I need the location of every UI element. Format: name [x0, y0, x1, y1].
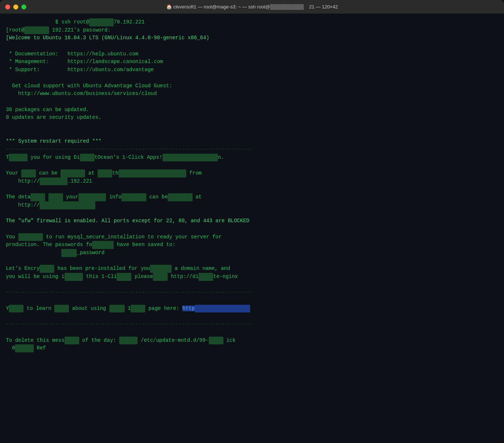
- terminal-line: * Management: https://landscape.canonica…: [6, 58, 498, 66]
- terminal-line: [6, 98, 498, 106]
- terminal-line: you will be using i this 1-Cli please ht…: [6, 273, 498, 281]
- terminal-window: 🏠 cleversoft1 — root@mage-s3: ~ — ssh ro…: [0, 0, 504, 443]
- terminal-line: To delete this mess of the day: /etc/upd…: [6, 337, 498, 345]
- terminal-line: [6, 209, 498, 217]
- terminal-line: The "ufw" firewall is enabled. All ports…: [6, 217, 498, 225]
- terminal-line: T you for using Di tOcean's 1-Click Apps…: [6, 154, 498, 162]
- terminal-line: [root@ 192.221's password:: [6, 26, 498, 34]
- terminal-line: [6, 329, 498, 337]
- terminal-line: [6, 42, 498, 50]
- terminal-line: Your can be at th from: [6, 169, 498, 177]
- terminal-line: * Documentation: https://help.ubuntu.com: [6, 50, 498, 58]
- terminal-line: _password: [6, 249, 498, 257]
- terminal-line: [6, 122, 498, 130]
- terminal-line: [6, 257, 498, 265]
- terminal-line: 36 packages can be updated.: [6, 106, 498, 114]
- traffic-lights[interactable]: [5, 4, 26, 10]
- terminal-line: *** System restart required ***: [6, 138, 498, 146]
- terminal-line: http://: [6, 201, 498, 209]
- terminal-line: * Support: https://ubuntu.com/advantage: [6, 66, 498, 74]
- titlebar: 🏠 cleversoft1 — root@mage-s3: ~ — ssh ro…: [0, 0, 504, 14]
- terminal-line: [6, 130, 498, 138]
- terminal-line: [6, 185, 498, 193]
- terminal-line: [6, 74, 498, 82]
- terminal-line: [6, 225, 498, 233]
- terminal-line: production. The passwords fo have been s…: [6, 241, 498, 249]
- window-title: 🏠 cleversoft1 — root@mage-s3: ~ — ssh ro…: [166, 4, 338, 10]
- terminal-line: [6, 281, 498, 289]
- terminal-line: [6, 297, 498, 305]
- terminal-line: http://www.ubuntu.com/business/services/…: [6, 90, 498, 98]
- terminal-body[interactable]: $ ssh root@ 70.192.221 [root@ 192.221's …: [0, 14, 504, 443]
- terminal-line: Let's Encry has been pre-installed for y…: [6, 265, 498, 273]
- terminal-line: 0 Ref: [6, 344, 498, 352]
- terminal-line: 0 updates are security updates.: [6, 114, 498, 122]
- terminal-line: Get cloud support with Ubuntu Advantage …: [6, 82, 498, 90]
- terminal-separator: ----------------------------------------…: [6, 321, 498, 329]
- terminal-separator: ----------------------------------------…: [6, 289, 498, 297]
- terminal-line: [6, 161, 498, 169]
- terminal-line: You to run mysql_secure_installation to …: [6, 233, 498, 241]
- terminal-line: The deta your info can be at: [6, 193, 498, 201]
- terminal-line: [6, 312, 498, 321]
- terminal-line: http:// .192.221: [6, 177, 498, 186]
- terminal-line: [Welcome to Ubuntu 16.04.3 LTS (GNU/Linu…: [6, 34, 498, 42]
- minimize-button[interactable]: [13, 4, 18, 10]
- terminal-line: $ ssh root@ 70.192.221: [6, 18, 498, 26]
- close-button[interactable]: [5, 4, 10, 10]
- terminal-separator: ----------------------------------------…: [6, 146, 498, 154]
- maximize-button[interactable]: [21, 4, 26, 10]
- terminal-line: Y to learn about using 1 page here: http: [6, 305, 498, 313]
